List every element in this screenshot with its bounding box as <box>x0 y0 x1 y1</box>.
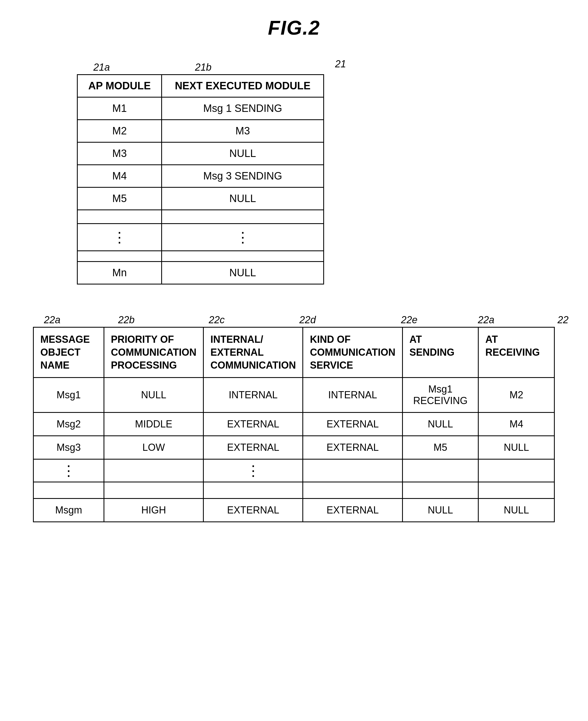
label-21a: 21a <box>93 62 110 73</box>
table2-cell-col1: Msg1 <box>34 378 104 413</box>
table1-cell-col2: Msg 3 SENDING <box>162 165 324 187</box>
table1-row: ⋮⋮ <box>78 224 324 251</box>
table2-cell-col2: MIDDLE <box>104 413 203 436</box>
table2: MESSAGEOBJECT NAME PRIORITY OFCOMMUNICAT… <box>33 327 555 522</box>
table2-cell-dots <box>478 459 554 482</box>
label-22a-2: 22a <box>478 314 495 326</box>
table1-cell-col2: Msg 1 SENDING <box>162 97 324 120</box>
label-22d: 22d <box>299 314 316 326</box>
table1: AP MODULE NEXT EXECUTED MODULE M1Msg 1 S… <box>77 74 324 284</box>
table2-col6-header: ATRECEIVING <box>478 327 554 378</box>
table1-row: M2M3 <box>78 120 324 142</box>
table1-cell-col1: M5 <box>78 187 162 210</box>
table2-cell-empty <box>478 482 554 499</box>
table2-col1-header: MESSAGEOBJECT NAME <box>34 327 104 378</box>
table1-cell-col2 <box>162 251 324 262</box>
table2-cell-col3: EXTERNAL <box>204 436 303 459</box>
table2-row: ⋮⋮ <box>34 459 554 482</box>
label-22c: 22c <box>209 314 225 326</box>
table2-cell-col2: NULL <box>104 378 203 413</box>
table1-row: M3NULL <box>78 142 324 165</box>
table2-row: Msg1NULLINTERNALINTERNALMsg1RECEIVINGM2 <box>34 378 554 413</box>
table2-cell-col3: EXTERNAL <box>204 499 303 522</box>
table2-cell-col2: HIGH <box>104 499 203 522</box>
table2-cell-col5: M5 <box>402 436 478 459</box>
table2-cell-dots <box>104 459 203 482</box>
table1-cell-col1 <box>78 210 162 224</box>
table2-cell-col6: NULL <box>478 499 554 522</box>
label-22: 22 <box>558 314 568 326</box>
table2-cell-dots <box>303 459 402 482</box>
table2-cell-col5: Msg1RECEIVING <box>402 378 478 413</box>
table2-row: MsgmHIGHEXTERNALEXTERNALNULLNULL <box>34 499 554 522</box>
table2-cell-col4: EXTERNAL <box>303 436 402 459</box>
table1-cell-col2: NULL <box>162 262 324 284</box>
table2-cell-empty <box>34 482 104 499</box>
table2-cell-col5: NULL <box>402 499 478 522</box>
table2-cell-col1: Msg2 <box>34 413 104 436</box>
table1-container: 21a 21b 21 AP MODULE NEXT EXECUTED MODUL… <box>77 61 324 284</box>
table1-cell-col1: M2 <box>78 120 162 142</box>
table2-cell-col1: Msg3 <box>34 436 104 459</box>
table2-col4-header: KIND OFCOMMUNICATIONSERVICE <box>303 327 402 378</box>
table2-cell-col6: M4 <box>478 413 554 436</box>
table1-cell-col2: NULL <box>162 142 324 165</box>
table2-row: Msg3LOWEXTERNALEXTERNALM5NULL <box>34 436 554 459</box>
table2-cell-col3: EXTERNAL <box>204 413 303 436</box>
table2-cell-col1: Msgm <box>34 499 104 522</box>
table2-cell-empty <box>204 482 303 499</box>
table1-cell-col1 <box>78 251 162 262</box>
label-21b: 21b <box>195 62 211 73</box>
table2-cell-col4: INTERNAL <box>303 378 402 413</box>
table2-cell-col2: LOW <box>104 436 203 459</box>
table1-cell-col2 <box>162 210 324 224</box>
table1-cell-col1: ⋮ <box>78 224 162 251</box>
table1-col1-header: AP MODULE <box>78 75 162 97</box>
table2-cell-col3: INTERNAL <box>204 378 303 413</box>
label-21: 21 <box>335 58 346 70</box>
table2-section: 22a 22b 22c 22d 22e 22a 22 MESSAGEOBJECT… <box>22 312 566 522</box>
table2-cell-dots: ⋮ <box>204 459 303 482</box>
table2-cell-dots <box>402 459 478 482</box>
table1-col2-header: NEXT EXECUTED MODULE <box>162 75 324 97</box>
table2-cell-dots: ⋮ <box>34 459 104 482</box>
table2-cell-col6: M2 <box>478 378 554 413</box>
table1-row: M5NULL <box>78 187 324 210</box>
table1-cell-col1: M3 <box>78 142 162 165</box>
table2-cell-col5: NULL <box>402 413 478 436</box>
table2-row <box>34 482 554 499</box>
table1-wrapper: AP MODULE NEXT EXECUTED MODULE M1Msg 1 S… <box>77 74 324 284</box>
table2-cell-col4: EXTERNAL <box>303 499 402 522</box>
label-22e: 22e <box>401 314 417 326</box>
table2-cell-col6: NULL <box>478 436 554 459</box>
table1-cell-col2: M3 <box>162 120 324 142</box>
table2-cell-empty <box>402 482 478 499</box>
table2-row: Msg2MIDDLEEXTERNALEXTERNALNULLM4 <box>34 413 554 436</box>
table1-cell-col1: M4 <box>78 165 162 187</box>
table1-cell-col2: NULL <box>162 187 324 210</box>
table1-row: MnNULL <box>78 262 324 284</box>
table1-row: M4Msg 3 SENDING <box>78 165 324 187</box>
table2-cell-empty <box>303 482 402 499</box>
table2-cell-empty <box>104 482 203 499</box>
page-title: FIG.2 <box>22 17 566 39</box>
table1-section: 21a 21b 21 AP MODULE NEXT EXECUTED MODUL… <box>22 61 566 284</box>
label-22b: 22b <box>118 314 134 326</box>
label-22a-1: 22a <box>44 314 60 326</box>
table2-col5-header: ATSENDING <box>402 327 478 378</box>
table2-container: 22a 22b 22c 22d 22e 22a 22 MESSAGEOBJECT… <box>33 312 555 522</box>
table2-cell-col4: EXTERNAL <box>303 413 402 436</box>
table2-col3-header: INTERNAL/EXTERNALCOMMUNICATION <box>204 327 303 378</box>
table1-row <box>78 251 324 262</box>
table1-cell-col1: M1 <box>78 97 162 120</box>
table1-row <box>78 210 324 224</box>
table1-cell-col2: ⋮ <box>162 224 324 251</box>
table2-col2-header: PRIORITY OFCOMMUNICATIONPROCESSING <box>104 327 203 378</box>
table1-row: M1Msg 1 SENDING <box>78 97 324 120</box>
table1-cell-col1: Mn <box>78 262 162 284</box>
